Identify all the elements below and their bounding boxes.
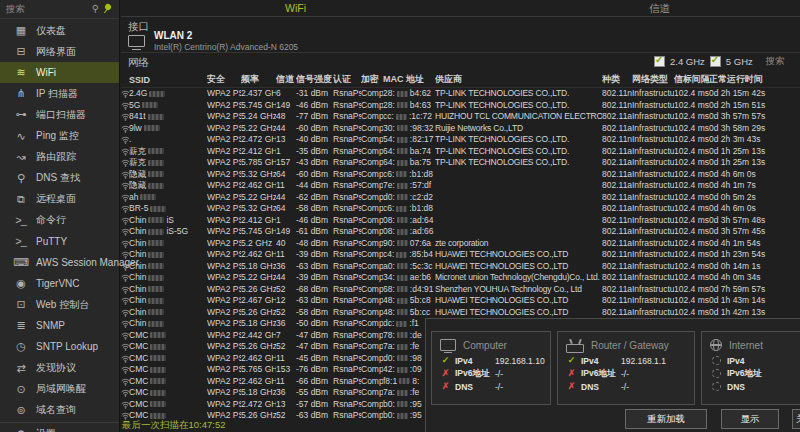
cell-encryption: Comp <box>361 226 383 238</box>
column-header[interactable]: SSID <box>129 75 207 85</box>
sidebar-item[interactable]: ↝ 路由跟踪 <box>0 147 119 168</box>
sidebar-item[interactable]: ⧉ 远程桌面 <box>0 189 119 210</box>
table-row[interactable]: ah WPA2 PSK 5.22 GHz 44 -62 dBm RsnaPsk … <box>121 192 800 204</box>
column-header[interactable]: MAC 地址 <box>383 73 435 86</box>
cell-auth: RsnaPsk <box>333 111 361 123</box>
table-row[interactable]: Chin WPA2 PSK 2.462 GHz 11 -39 dBm RsnaP… <box>121 249 800 261</box>
table-row[interactable]: 841t WPA2 PSK 5.24 GHz 48 -77 dBm RsnaPs… <box>121 111 800 123</box>
cell-kind: 802.11n <box>602 134 632 146</box>
table-row[interactable]: 隐藏 WPA2 PSK 2.462 GHz 11 -44 dBm RsnaPsk… <box>121 180 800 192</box>
table-header: SSID安全频率信道信号强度认证加密MAC 地址供应商种类网络类型信标间隔正常运… <box>121 72 800 88</box>
sidebar-item[interactable]: ▦ 仪表盘 <box>0 20 119 41</box>
sidebar-item-label: 局域网唤醒 <box>36 382 86 396</box>
column-header[interactable]: 认证 <box>333 73 361 86</box>
table-row[interactable]: Chin WPA2 PSK 5.22 GHz 44 -39 dBm RsnaPs… <box>121 272 800 284</box>
cell-auth: RsnaPsk <box>333 180 361 192</box>
sidebar-item[interactable]: ◷ SNTP Lookup <box>0 336 119 357</box>
wifi-signal-icon <box>121 332 129 340</box>
column-header[interactable]: 正常运行时间 <box>709 73 800 86</box>
show-button[interactable]: 显示 <box>721 409 779 429</box>
cell-ssid: 9lw <box>129 123 207 135</box>
table-row[interactable]: 9lw WPA2 PSK 5.22 GHz 44 -60 dBm RsnaPsk… <box>121 123 800 135</box>
table-row[interactable]: 隐藏 WPA2 PSK 5.32 GHz 64 -60 dBm RsnaPsk … <box>121 169 800 181</box>
sidebar-item[interactable]: ⇄ 发现协议 <box>0 358 119 379</box>
column-header[interactable]: 信标间隔 <box>674 73 709 86</box>
table-row[interactable]: 5G WPA2 PSK 5.745 GHz 149 -46 dBm RsnaPs… <box>121 100 800 112</box>
table-row[interactable]: Chin WPA2 PSK 5.26 GHz 52 -58 dBm RsnaPs… <box>121 307 800 319</box>
cell-frequency: 2.472 GHz <box>241 399 276 411</box>
column-header[interactable]: 网络类型 <box>632 73 674 86</box>
sidebar-item[interactable]: ⊟ 网络界面 <box>0 41 119 62</box>
cell-channel: 40 <box>276 238 296 250</box>
sidebar-item[interactable]: >_ 命令行 <box>0 210 119 231</box>
cell-encryption: Comp <box>361 157 383 169</box>
column-header[interactable]: 种类 <box>602 73 632 86</box>
table-row[interactable]: ChiniS-5G WPA2 PSK 5.745 GHz 149 -61 dBm… <box>121 226 800 238</box>
cell-auth: RsnaPsk <box>333 203 361 215</box>
sidebar-item[interactable]: ⊙ 局域网唤醒 <box>0 379 119 400</box>
cell-encryption: Comp <box>361 272 383 284</box>
column-header[interactable]: 加密 <box>361 73 383 86</box>
cell-uptime: 0d 1h 43m 14s <box>709 295 800 307</box>
checkbox-2_4ghz[interactable]: ✓ <box>654 56 665 67</box>
cell-uptime: 0d 7h 59m 57s <box>709 284 800 296</box>
sidebar-item[interactable]: ⊡ Web 控制台 <box>0 294 119 315</box>
sidebar-item[interactable]: ⌨ AWS Session Manager <box>0 252 119 273</box>
sidebar-item[interactable]: >_ PuTTY <box>0 231 119 252</box>
sidebar-item[interactable]: ∿ Ping 监控 <box>0 125 119 146</box>
table-row[interactable]: BR-5 WPA2 PSK 5.32 GHz 64 -58 dBm RsnaPs… <box>121 203 800 215</box>
column-header[interactable]: 频率 <box>241 73 276 86</box>
redacted-ssid <box>148 321 164 327</box>
cell-auth: RsnaPsk <box>333 284 361 296</box>
redacted-ssid <box>148 114 164 120</box>
interface-item[interactable]: WLAN 2 Intel(R) Centrino(R) Advanced-N 6… <box>128 30 298 52</box>
table-row[interactable]: 薪克 WPA2 PSK 5.785 GHz 157 -43 dBm RsnaPs… <box>121 157 800 169</box>
cell-channel: 11 <box>276 376 296 388</box>
checkbox-5ghz[interactable]: ✓ <box>710 56 721 67</box>
tab-wifi[interactable]: WiFi <box>285 2 306 14</box>
sidebar-item[interactable]: ⚲ DNS 查找 <box>0 168 119 189</box>
cell-frequency: 5.26 GHz <box>241 284 276 296</box>
table-row[interactable]: Chin WPA2 PSK 5.18 GHz 36 -63 dBm RsnaPs… <box>121 261 800 273</box>
table-row[interactable]: Chin WPA2 PSK 2.467 GHz 12 -63 dBm RsnaP… <box>121 295 800 307</box>
sidebar-item[interactable]: ⊶ 端口扫描器 <box>0 104 119 125</box>
wifi-signal-icon <box>121 240 129 248</box>
cell-ssid: CMC <box>129 364 207 376</box>
sidebar-search[interactable]: 搜索 ⚲ <box>0 0 119 19</box>
table-row[interactable]: Chin WPA2 PSK 5.2 GHz 40 -48 dBm RsnaPsk… <box>121 238 800 250</box>
column-header[interactable]: 信号强度 <box>296 73 333 86</box>
sidebar-item[interactable]: ⊚ 域名查询 <box>0 400 119 421</box>
column-header[interactable]: 供应商 <box>435 73 602 86</box>
close-button[interactable]: 关闭 <box>792 409 800 429</box>
reload-button[interactable]: 重新加载 <box>625 409 707 429</box>
table-row[interactable]: ChiniS WPA2 PSK 2.412 GHz 1 -46 dBm Rsna… <box>121 215 800 227</box>
cell-signal: -57 dBm <box>296 399 333 411</box>
column-header[interactable]: 信道 <box>276 73 296 86</box>
cell-auth: RsnaPsk <box>333 134 361 146</box>
cell-encryption: Comp <box>361 146 383 158</box>
cell-frequency: 5.26 GHz <box>241 341 276 353</box>
section-divider <box>121 52 800 53</box>
tab-channels[interactable]: 信道 <box>649 2 670 16</box>
sidebar-item[interactable]: ⋔ IP 扫描器 <box>0 83 119 104</box>
column-header[interactable]: 安全 <box>207 73 241 86</box>
sidebar-item[interactable]: ≣ SNMP <box>0 315 119 336</box>
table-row[interactable]: 薪克 WPA2 PSK 2.412 GHz 1 -35 dBm RsnaPsk … <box>121 146 800 158</box>
cell-vendor: HUAWEI TECHNOLOGIES CO.,LTD <box>435 249 602 261</box>
networks-search-input[interactable]: 搜索 <box>766 55 785 68</box>
cell-ssid: 薪克 <box>129 157 207 169</box>
sidebar-item[interactable]: ≋ WiFi <box>0 62 119 83</box>
wifi-signal-icon <box>121 205 129 213</box>
sidebar-item-settings[interactable]: ⚙ 设置 <box>0 422 119 432</box>
table-row[interactable]: . WPA2 PSK 2.472 GHz 13 -40 dBm RsnaPsk … <box>121 134 800 146</box>
sidebar-item[interactable]: ◉ TigerVNC <box>0 273 119 294</box>
table-row[interactable]: Chin WPA2 PSK 5.26 GHz 52 -68 dBm RsnaPs… <box>121 284 800 296</box>
cell-frequency: 2.462 GHz <box>241 376 276 388</box>
cell-kind: 802.11ax <box>602 238 632 250</box>
cell-mac: c4::85:b4 <box>383 249 435 261</box>
cell-encryption: Comp <box>361 364 383 376</box>
pin-icon[interactable] <box>104 3 112 11</box>
ok-icon: ✓ <box>440 356 451 365</box>
table-row[interactable]: 2.4G WPA2 PSK 2.437 GHz 6 -31 dBm RsnaPs… <box>121 88 800 100</box>
tigervnc-icon: ◉ <box>12 278 29 289</box>
